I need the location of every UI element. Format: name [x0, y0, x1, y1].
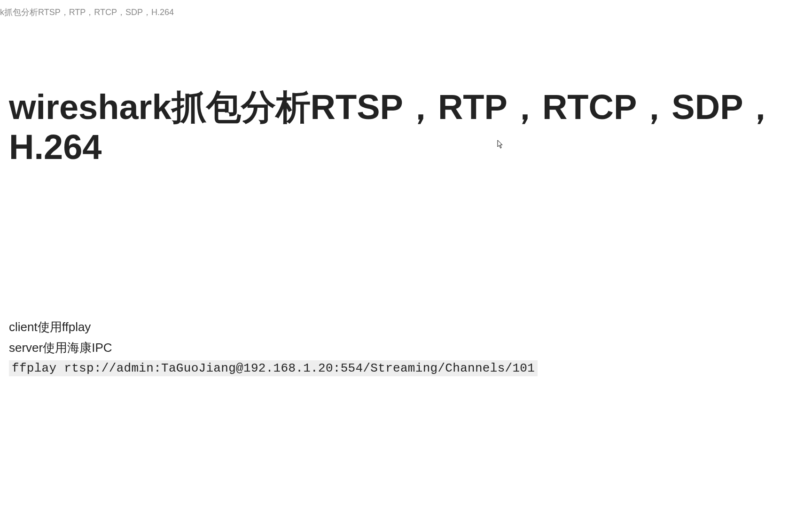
client-info-line: client使用ffplay — [9, 319, 91, 335]
ffplay-command-code: ffplay rtsp://admin:TaGuoJiang@192.168.1… — [9, 360, 538, 376]
breadcrumb: k抓包分析RTSP，RTP，RTCP，SDP，H.264 — [0, 7, 174, 18]
page-title: wireshark抓包分析RTSP，RTP，RTCP，SDP，H.264 — [9, 87, 812, 167]
server-info-line: server使用海康IPC — [9, 340, 112, 356]
